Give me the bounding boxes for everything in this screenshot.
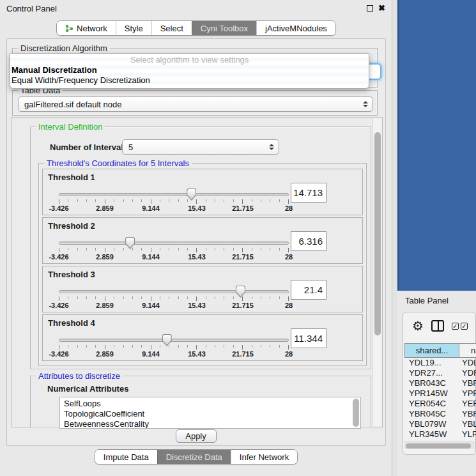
algorithm-dropdown-popup: Select algorithm to view settings Manual… xyxy=(10,53,369,89)
threshold-slider-track[interactable] xyxy=(59,242,289,245)
table-cell: YDR2 xyxy=(459,368,476,378)
table-row[interactable]: YBL079WYBL0 xyxy=(404,419,476,429)
algorithm-popup-hint: Select algorithm to view settings xyxy=(10,55,369,65)
tab-label: Discretize Data xyxy=(166,452,222,462)
node-table-card: ⚙ ✓ ✓ shared...na YDL19...YDL1YDR27...YD… xyxy=(403,312,476,455)
gear-icon[interactable]: ⚙ xyxy=(412,319,424,332)
scale-label: 2.859 xyxy=(96,204,114,212)
numerical-attributes-list[interactable]: SelfLoopsTopologicalCoefficientBetweenne… xyxy=(59,397,361,429)
tab-select[interactable]: Select xyxy=(151,21,192,35)
table-data-combobox[interactable]: galFiltered.sif default node xyxy=(18,96,373,112)
threshold-slider-track[interactable] xyxy=(59,339,289,342)
algorithm-option[interactable]: Manual Discretization xyxy=(10,65,369,75)
table-row[interactable]: YBR045CYBR0 xyxy=(404,409,476,419)
control-panel-title: Control Panel xyxy=(6,4,57,13)
apply-button[interactable]: Apply xyxy=(176,429,217,443)
threshold-panel: Threshold 4-3.4262.8599.14415.4321.71528… xyxy=(42,314,363,361)
slider-scale-labels: -3.4262.8599.14415.4321.71528 xyxy=(59,204,289,213)
slider-ticks xyxy=(59,248,289,253)
table-column-header[interactable]: na xyxy=(459,343,476,358)
scale-label: 15.43 xyxy=(188,204,206,212)
attribute-list-item[interactable]: BetweennessCentrality xyxy=(64,419,360,429)
tab-infer-network[interactable]: Infer Network xyxy=(231,450,297,464)
tab-cyni-toolbox[interactable]: Cyni Toolbox xyxy=(192,21,256,35)
tab-network[interactable]: Network xyxy=(57,21,116,35)
split-columns-icon[interactable] xyxy=(431,320,444,332)
attributes-group-title: Attributes to discretize xyxy=(36,371,123,381)
scale-label: -3.426 xyxy=(49,253,68,261)
settings-panel: Discretization Algorithm Select algorith… xyxy=(6,38,386,446)
scale-label: 21.715 xyxy=(232,253,254,261)
table-data-group: Table Data galFiltered.sif default node xyxy=(12,90,378,116)
bottom-tab-bar: Impute DataDiscretize DataInfer Network xyxy=(0,449,392,464)
settings-scrollbar[interactable] xyxy=(372,118,381,426)
attributes-list-scrollbar[interactable] xyxy=(353,399,359,427)
scale-label: 28 xyxy=(285,253,293,261)
scale-label: 28 xyxy=(285,204,293,212)
table-cell: YER054C xyxy=(404,399,459,409)
slider-scale-labels: -3.4262.8599.14415.4321.71528 xyxy=(59,350,289,359)
control-panel: Control Panel ✖ NetworkStyleSelectCyni T… xyxy=(0,0,392,476)
close-icon[interactable]: ✖ xyxy=(378,5,385,12)
top-tab-bar: NetworkStyleSelectCyni ToolboxjActiveMNo… xyxy=(0,20,392,36)
network-desktop-background: GAL80GAGAL11GAL4GCY1HHAP2C xyxy=(397,0,476,291)
table-data-combobox-value: galFiltered.sif default node xyxy=(24,100,121,109)
number-of-intervals-value: 5 xyxy=(128,142,133,152)
table-rows: YDL19...YDL1YDR27...YDR2YBR043CYBR0YPR14… xyxy=(404,358,476,441)
table-row[interactable]: YLR345WYLR3 xyxy=(404,429,476,440)
table-cell: YLR345W xyxy=(404,429,459,440)
scale-label: 28 xyxy=(285,302,293,309)
slider-ticks xyxy=(59,296,289,302)
table-cell: YBR045C xyxy=(404,409,459,419)
table-cell: YBR0 xyxy=(459,409,476,419)
table-cell: YDL1 xyxy=(459,358,476,368)
threshold-value-field[interactable]: 11.344 xyxy=(291,328,326,348)
threshold-value-field[interactable]: 14.713 xyxy=(291,183,326,203)
scale-label: 15.43 xyxy=(188,253,206,261)
table-cell: YDR27... xyxy=(404,368,459,378)
attributes-to-discretize-group: Attributes to discretize Numerical Attri… xyxy=(30,376,371,428)
scale-label: 9.144 xyxy=(142,302,160,309)
table-column-header[interactable]: shared... xyxy=(404,343,459,358)
scale-label: 9.144 xyxy=(142,253,160,261)
threshold-panel: Threshold 3-3.4262.8599.14415.4321.71528… xyxy=(42,266,363,312)
threshold-value-field[interactable]: 6.316 xyxy=(291,231,326,251)
table-hscrollbar-thumb[interactable] xyxy=(406,443,471,449)
attribute-list-item[interactable]: TopologicalCoefficient xyxy=(64,409,360,419)
table-row[interactable]: YBR043CYBR0 xyxy=(404,378,476,388)
attribute-list-item[interactable]: SelfLoops xyxy=(64,399,360,409)
number-of-intervals-combobox[interactable]: 5 xyxy=(122,139,279,155)
combo-stepper-icon xyxy=(269,144,274,150)
threshold-slider-track[interactable] xyxy=(59,290,289,293)
float-window-icon[interactable] xyxy=(367,5,373,12)
table-row[interactable]: YER054CYER0 xyxy=(404,399,476,409)
interval-definition-title: Interval Definition xyxy=(36,122,105,132)
tab-jactivemnodules[interactable]: jActiveMNodules xyxy=(256,21,335,35)
tab-label: Select xyxy=(160,24,183,33)
table-row[interactable]: YDR27...YDR2 xyxy=(404,368,476,378)
table-cell: YBL0 xyxy=(459,419,476,429)
tab-discretize-data[interactable]: Discretize Data xyxy=(157,450,231,464)
table-row[interactable]: YDL19...YDL1 xyxy=(404,358,476,368)
settings-scrollbar-thumb[interactable] xyxy=(374,132,381,335)
threshold-coordinates-group: Threshold's Coordinates for 5 Intervals … xyxy=(38,163,367,366)
scale-label: 2.859 xyxy=(96,302,114,309)
algorithm-option[interactable]: Equal Width/Frequency Discretization xyxy=(10,75,369,86)
threshold-label: Threshold 3 xyxy=(48,270,95,279)
checkbox-icon[interactable]: ✓ xyxy=(461,323,468,330)
table-cell: YDL19... xyxy=(404,358,459,368)
tab-label: Cyni Toolbox xyxy=(201,24,248,33)
scale-label: -3.426 xyxy=(49,350,68,358)
table-horizontal-scrollbar[interactable] xyxy=(404,441,475,449)
checkbox-icon[interactable]: ✓ xyxy=(452,323,459,330)
table-row[interactable]: YPR145WYPR1 xyxy=(404,388,476,399)
threshold-slider-track[interactable] xyxy=(59,193,289,196)
threshold-panel: Threshold 1-3.4262.8599.14415.4321.71528… xyxy=(42,169,363,215)
table-toolbar: ⚙ ✓ ✓ xyxy=(403,312,475,339)
tab-style[interactable]: Style xyxy=(116,21,151,35)
scale-label: 15.43 xyxy=(188,350,206,358)
scale-label: 21.715 xyxy=(232,302,254,309)
threshold-value-field[interactable]: 21.4 xyxy=(291,280,326,300)
network-icon xyxy=(65,24,73,33)
tab-impute-data[interactable]: Impute Data xyxy=(95,450,157,464)
